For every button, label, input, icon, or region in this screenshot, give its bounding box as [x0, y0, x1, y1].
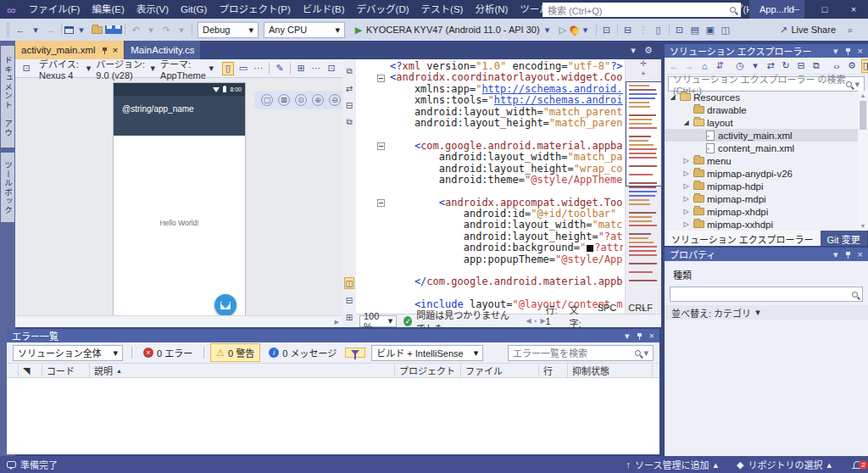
code-line[interactable]: android:layout_width="match_parent" [356, 152, 623, 163]
column-header-コード[interactable]: コード [42, 364, 90, 377]
menu-item[interactable]: 編集(E) [86, 0, 130, 19]
solution-search-input[interactable]: ソリューション エクスプローラー の検索 (Ctrl+;) ▾ [668, 76, 865, 92]
code-line[interactable] [356, 288, 623, 299]
actual-size-icon[interactable]: ⊙ [295, 94, 307, 106]
find-in-files-icon[interactable]: ⊡ [601, 23, 613, 36]
editor-zoom-dropdown[interactable]: 100 %▾ [359, 315, 397, 327]
warnings-filter-button[interactable]: ⚠ 0 警告 [210, 343, 260, 362]
pin-icon[interactable] [637, 332, 643, 340]
fold-collapse-icon[interactable] [377, 142, 385, 150]
se-pending-dropdown-icon[interactable]: ▾ [749, 59, 761, 73]
solution-tree-scrollbar[interactable]: ▲ ▼ [858, 91, 868, 231]
expander-open-icon[interactable]: ◢ [668, 93, 677, 101]
minimap-scroll-up-icon[interactable]: ▲ [626, 70, 661, 78]
solution-explorer-title-bar[interactable]: ソリューション エクスプローラー ▾ × [665, 44, 868, 58]
se-nest-icon[interactable]: ⧉ [810, 59, 822, 73]
menu-item[interactable]: テスト(S) [415, 0, 470, 19]
tree-item-mipmap-anydpi-v26[interactable]: ▷mipmap-anydpi-v26 [665, 167, 858, 180]
code-line[interactable]: <com.google.android.material.appbar.AppB… [356, 141, 623, 152]
column-header-プロジェクト[interactable]: プロジェクト [395, 364, 461, 377]
popout-preview-icon[interactable]: ⊡ [326, 62, 337, 75]
column-header-抑制状態[interactable]: 抑制状態 [568, 364, 653, 377]
redo-dropdown-icon[interactable]: ▾ [175, 23, 187, 36]
tree-item-mipmap-hdpi[interactable]: ▷mipmap-hdpi [665, 180, 858, 192]
pin-icon[interactable] [102, 47, 108, 54]
code-line[interactable]: android:theme="@style/AppTheme.AppBarOve… [356, 175, 623, 186]
nav-back-dropdown-icon[interactable]: ▾ [30, 23, 42, 36]
zoom-in-icon[interactable]: ⊕ [312, 94, 324, 106]
version-selector[interactable]: バージョン: 9.0 (v28) [96, 57, 148, 81]
quick-search-input[interactable]: 検索 (Ctrl+Q) [542, 3, 741, 17]
close-icon[interactable]: × [649, 331, 654, 341]
code-line[interactable] [356, 129, 623, 140]
tree-item-Resources[interactable]: ◢Resources [665, 91, 858, 103]
open-file-icon[interactable] [92, 26, 103, 34]
se-back-icon[interactable]: ← [668, 59, 680, 73]
code-line[interactable]: android:background="?attr/colorPrimary" [356, 242, 623, 253]
close-button[interactable]: × [839, 0, 868, 19]
minimize-button[interactable]: ─ [782, 0, 810, 19]
menu-item[interactable]: Git(G) [175, 0, 213, 19]
fold-collapse-icon[interactable] [377, 75, 385, 82]
properties-title-bar[interactable]: プロパティ ▾ × [665, 248, 868, 261]
zoom-to-fit-icon[interactable]: ⊠ [278, 94, 290, 106]
device-selector[interactable]: デバイス: Nexus 4 [39, 57, 85, 81]
code-line[interactable]: xmlns:app="http://schemas.android.com/ap… [356, 84, 623, 95]
edit-theme-pencil-icon[interactable]: ✎ [274, 62, 286, 75]
close-tab-icon[interactable]: × [113, 45, 119, 55]
window-position-icon[interactable]: ▾ [625, 331, 630, 342]
error-search-input[interactable]: エラー一覧を検索 ▾ [508, 345, 654, 361]
expander-closed-icon[interactable]: ▷ [682, 208, 691, 215]
code-line[interactable]: android:layout_width="match_parent" [356, 220, 623, 231]
column-header-blank[interactable] [7, 364, 19, 377]
side-tab-toolbox[interactable]: ツールボックス [1, 153, 14, 222]
se-forward-icon[interactable]: → [683, 59, 695, 73]
side-tab-document-outline[interactable]: ドキュメント アウトライン [1, 46, 14, 147]
code-line[interactable]: <androidx.coordinatorlayout.widget.Coord… [356, 72, 623, 83]
se-show-all-files-icon[interactable]: ‹› [831, 59, 843, 73]
error-scope-dropdown[interactable]: ソリューション全体▾ [13, 345, 123, 361]
tree-item-mipmap-xhdpi[interactable]: ▷mipmap-xhdpi [665, 205, 858, 218]
pin-icon[interactable] [845, 47, 851, 55]
error-list-title-bar[interactable]: エラー一覧 ▾ × [7, 329, 659, 342]
menu-item[interactable]: ファイル(F) [23, 0, 86, 19]
expand-pane-icon[interactable]: ⊞ [344, 311, 354, 323]
scroll-right-icon[interactable]: ▸ [334, 316, 339, 327]
device-manager-icon[interactable]: ◫ [720, 23, 732, 36]
tree-item-content_main.xml[interactable]: content_main.xml [665, 142, 858, 154]
column-header-説明[interactable]: 説明▲ [90, 364, 395, 377]
tree-item-drawable[interactable]: drawable [665, 103, 858, 116]
column-header-行[interactable]: 行 [539, 364, 568, 377]
feedback-bubble-icon[interactable] [7, 461, 16, 468]
add-to-source-control-button[interactable]: ↑ ソース管理に追加 ▴ [626, 458, 718, 471]
se-switch-views-icon[interactable]: ⇄ [765, 59, 776, 73]
nav-forward-icon[interactable]: → [45, 23, 57, 36]
editor-settings-gear-icon[interactable]: ⚙ [643, 43, 654, 57]
build-intellisense-dropdown[interactable]: ビルド + IntelliSense▾ [371, 345, 483, 361]
deploy-monitor-icon[interactable]: ⊟ [622, 23, 634, 36]
se-collapse-all-icon[interactable]: ⊟ [795, 59, 807, 73]
expander-open-icon[interactable]: ◢ [682, 119, 691, 126]
tree-item-menu[interactable]: ▷menu [665, 154, 858, 167]
run-dropdown-icon[interactable]: ▾ [542, 23, 554, 36]
open-new-window-icon[interactable]: ⧉ [344, 116, 354, 128]
notifications-bell-button[interactable]: 2 [854, 459, 861, 470]
errors-filter-button[interactable]: × 0 エラー [138, 344, 198, 361]
prev-issue-icon[interactable]: ◀ [526, 317, 531, 325]
undo-icon[interactable]: ↶ [130, 23, 142, 36]
expander-closed-icon[interactable]: ▷ [682, 220, 691, 228]
filter-button[interactable] [345, 348, 365, 358]
close-icon[interactable]: × [858, 249, 863, 259]
fit-page-icon[interactable]: ▢ [261, 94, 273, 106]
tab-git-changes[interactable]: Git 変更 [821, 231, 867, 246]
maximize-button[interactable]: □ [810, 0, 839, 19]
save-icon[interactable] [105, 25, 114, 34]
code-line[interactable]: android:layout_height="wrap_content" [356, 164, 623, 175]
error-list-body[interactable] [7, 378, 659, 454]
grid-toggle-icon[interactable]: ⊞ [295, 62, 307, 75]
properties-sort-row[interactable]: 並べ替え: カテゴリ ▾ [665, 305, 868, 320]
orientation-portrait-icon[interactable]: ▯ [222, 62, 234, 75]
menu-item[interactable]: 分析(N) [469, 0, 514, 19]
minimap-splitter-icon[interactable]: ✛ [626, 59, 661, 70]
code-line[interactable]: </com.google.android.material.appbar.App… [356, 276, 623, 287]
